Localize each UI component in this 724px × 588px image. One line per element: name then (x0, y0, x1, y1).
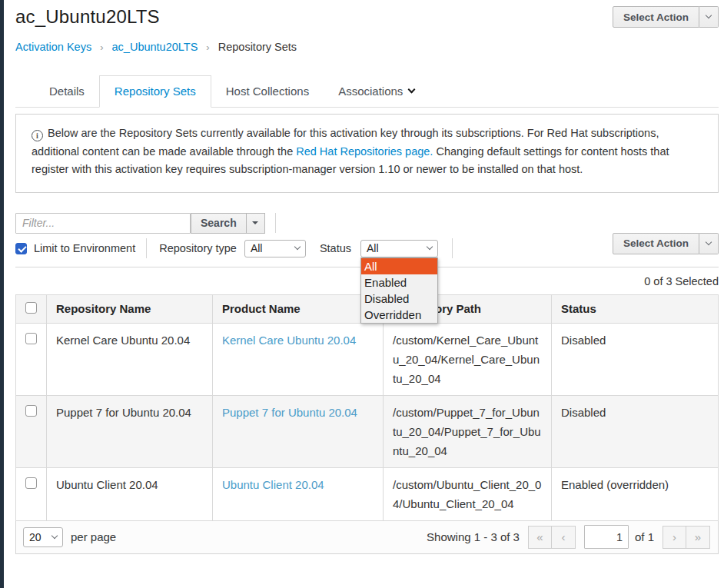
select-action-split-button-top: Select Action (613, 6, 719, 28)
repository-type-value: All (251, 242, 263, 254)
tab-bar: Details Repository Sets Host Collections… (15, 75, 719, 108)
caret-down-icon (252, 221, 258, 224)
table-row: Kernel Care Ubuntu 20.04 Kernel Care Ubu… (16, 323, 719, 395)
per-page-controls: 20 per page (23, 527, 116, 547)
next-page-button[interactable]: › (663, 526, 686, 549)
product-name-link[interactable]: Ubuntu Client 20.04 (222, 478, 324, 491)
table-toolbar: Search Limit to Environment Repository t… (15, 213, 719, 257)
search-caret-button[interactable] (247, 213, 265, 234)
column-header-status[interactable]: Status (552, 294, 719, 323)
page-header: ac_Ubuntu20LTS Select Action (15, 6, 719, 28)
status-cell: Disabled (552, 395, 719, 467)
chevron-down-icon (706, 238, 712, 244)
repository-name-cell: Ubuntu Client 20.04 (47, 467, 213, 520)
status-cell: Disabled (552, 323, 719, 395)
breadcrumb-separator: › (206, 42, 209, 53)
status-option-disabled[interactable]: Disabled (361, 291, 437, 307)
per-page-label: per page (71, 530, 116, 543)
status-cell: Enabled (overridden) (552, 467, 719, 520)
first-page-button[interactable]: « (528, 526, 552, 549)
row-checkbox[interactable] (25, 405, 37, 417)
repository-type-select[interactable]: All (244, 240, 306, 257)
page-of-label: of 1 (635, 530, 654, 543)
repository-path-cell: /custom/Ubuntu_Client_20_04/Ubuntu_Clien… (393, 478, 541, 510)
chevron-down-icon (294, 244, 301, 250)
tab-repository-sets-label: Repository Sets (115, 85, 196, 98)
filter-input[interactable] (15, 213, 191, 234)
info-icon: i (32, 130, 43, 141)
repository-path-cell: /custom/Kernel_Care_Ubuntu_20_04/Kernel_… (393, 334, 540, 385)
search-button[interactable]: Search (191, 213, 247, 234)
info-alert: iBelow are the Repository Sets currently… (15, 114, 719, 193)
repository-type-label: Repository type (159, 242, 237, 254)
status-option-enabled[interactable]: Enabled (361, 274, 437, 291)
per-page-select[interactable]: 20 (23, 527, 63, 547)
pagination-controls: Showing 1 - 3 of 3 « ‹ of 1 › » (427, 525, 710, 549)
status-option-overridden[interactable]: Overridden (361, 307, 437, 323)
page-title: ac_Ubuntu20LTS (15, 6, 160, 28)
status-select-wrap: All All Enabled Disabled Overridden (360, 240, 438, 257)
last-page-button[interactable]: » (686, 526, 710, 549)
tab-host-collections-label: Host Collections (226, 85, 309, 98)
tab-host-collections[interactable]: Host Collections (211, 75, 324, 108)
limit-to-environment-checkbox[interactable] (15, 243, 27, 254)
breadcrumb: Activation Keys › ac_Ubuntu20LTS › Repos… (15, 41, 719, 53)
tab-repository-sets[interactable]: Repository Sets (99, 75, 211, 108)
repository-name-cell: Puppet 7 for Ubuntu 20.04 (47, 395, 213, 467)
chevron-down-icon (408, 86, 416, 94)
repository-path-cell: /custom/Puppet_7_for_Ubuntu_20_04/Puppet… (393, 406, 541, 457)
select-action-caret-top[interactable] (699, 6, 719, 28)
showing-text: Showing 1 - 3 of 3 (427, 530, 520, 543)
status-option-all[interactable]: All (361, 258, 437, 274)
tab-associations[interactable]: Associations (324, 75, 429, 108)
table-row: Puppet 7 for Ubuntu 20.04 Puppet 7 for U… (16, 395, 719, 467)
toolbar-divider (146, 238, 147, 258)
toolbar-search-row: Search (15, 213, 719, 234)
per-page-value: 20 (29, 531, 42, 543)
select-action-split-button-table: Select Action (613, 233, 719, 254)
chevron-down-icon (51, 532, 58, 538)
chevron-down-icon (427, 244, 433, 250)
page-number-input[interactable] (584, 525, 629, 549)
status-dropdown-panel: All Enabled Disabled Overridden (360, 257, 438, 324)
row-checkbox[interactable] (25, 477, 37, 489)
tab-associations-label: Associations (338, 85, 403, 98)
toolbar-divider (275, 213, 276, 233)
product-name-link[interactable]: Puppet 7 for Ubuntu 20.04 (222, 406, 357, 419)
search-split-button: Search (191, 213, 265, 234)
chevron-down-icon (706, 12, 712, 18)
select-action-button-top[interactable]: Select Action (613, 6, 699, 28)
limit-to-environment-label: Limit to Environment (34, 242, 135, 254)
select-action-caret-table[interactable] (699, 233, 719, 254)
status-label: Status (320, 242, 351, 254)
repository-sets-table: Repository Name Product Name Repository … (15, 294, 719, 521)
tab-details-label: Details (49, 85, 85, 98)
previous-page-button[interactable]: ‹ (552, 526, 576, 549)
breadcrumb-separator: › (100, 42, 103, 53)
pagination-back-group: « ‹ (528, 526, 576, 549)
main-content: ac_Ubuntu20LTS Select Action Activation … (4, 0, 724, 554)
breadcrumb-activation-key-name[interactable]: ac_Ubuntu20LTS (112, 41, 198, 53)
product-name-link[interactable]: Kernel Care Ubuntu 20.04 (222, 334, 356, 347)
status-value: All (367, 242, 379, 254)
table-row: Ubuntu Client 20.04 Ubuntu Client 20.04 … (16, 467, 719, 520)
select-all-checkbox[interactable] (25, 302, 37, 314)
row-checkbox[interactable] (25, 333, 37, 344)
tab-details[interactable]: Details (35, 75, 99, 108)
breadcrumb-current: Repository Sets (218, 41, 297, 53)
repository-name-cell: Kernel Care Ubuntu 20.04 (47, 323, 213, 395)
breadcrumb-activation-keys[interactable]: Activation Keys (15, 41, 91, 53)
column-header-repository-name[interactable]: Repository Name (47, 294, 213, 323)
pagination-forward-group: › » (663, 526, 710, 549)
pagination-bar: 20 per page Showing 1 - 3 of 3 « ‹ of 1 … (15, 521, 719, 554)
red-hat-repositories-link[interactable]: Red Hat Repositories page. (296, 145, 433, 158)
toolbar-divider (452, 238, 453, 258)
status-select[interactable]: All (360, 240, 438, 257)
column-header-product-name[interactable]: Product Name (213, 294, 384, 323)
select-action-button-table[interactable]: Select Action (613, 233, 699, 254)
